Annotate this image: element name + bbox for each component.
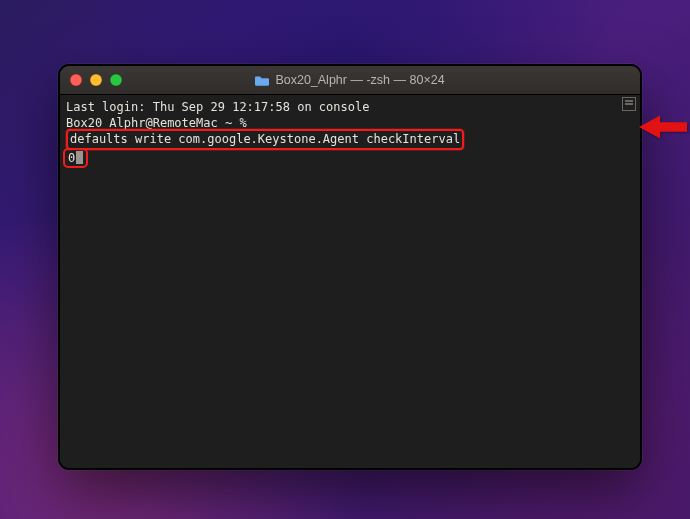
highlighted-command-part1: defaults write com.google.Keystone.Agent… [66, 129, 464, 149]
argument-zero: 0 [68, 151, 75, 165]
close-button[interactable] [70, 74, 82, 86]
highlighted-command-part2: 0 [63, 148, 88, 168]
window-title-text: Box20_Alphr — -zsh — 80×24 [275, 73, 444, 87]
command-line-continuation: 0 [66, 148, 634, 168]
command-line: Box20_Alphr@RemoteMac ~ % defaults write… [66, 115, 634, 147]
window-title: Box20_Alphr — -zsh — 80×24 [60, 73, 640, 87]
zoom-button[interactable] [110, 74, 122, 86]
last-login-line: Last login: Thu Sep 29 12:17:58 on conso… [66, 99, 634, 115]
terminal-window: Box20_Alphr — -zsh — 80×24 Last login: T… [58, 64, 642, 470]
window-titlebar[interactable]: Box20_Alphr — -zsh — 80×24 [60, 66, 640, 95]
terminal-body[interactable]: Last login: Thu Sep 29 12:17:58 on conso… [60, 95, 640, 468]
prompt-text: Box20_Alphr@RemoteMac ~ % [66, 116, 254, 130]
scroll-indicator-icon [622, 97, 636, 111]
annotation-arrow-icon [639, 113, 687, 141]
svg-marker-0 [639, 115, 687, 138]
terminal-cursor [76, 151, 83, 164]
traffic-lights [70, 74, 122, 86]
minimize-button[interactable] [90, 74, 102, 86]
folder-icon [255, 75, 269, 86]
